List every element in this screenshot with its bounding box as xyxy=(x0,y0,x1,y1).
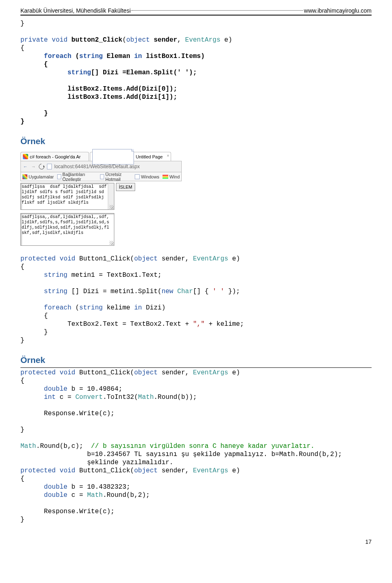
heading-ornek-1: Örnek xyxy=(20,136,372,146)
bookmark-apps[interactable]: Uygulamalar xyxy=(22,174,54,179)
header-right: www.ibrahimcayiroglu.com xyxy=(304,7,372,14)
tab-2-label: Untitled Page xyxy=(136,154,163,159)
page-number: 17 xyxy=(20,538,372,545)
page-icon xyxy=(100,174,104,179)
header-rule xyxy=(20,15,372,16)
close-icon[interactable]: × xyxy=(167,154,169,158)
page-file-icon xyxy=(47,164,52,169)
page-icon xyxy=(57,174,61,179)
forward-icon: → xyxy=(31,164,36,169)
header-dots xyxy=(131,10,303,11)
page-header: Karabük Üniversitesi, Mühendislik Fakült… xyxy=(20,7,372,14)
bookmark-hotmail[interactable]: Ücretsiz Hotmail xyxy=(100,172,131,182)
google-icon xyxy=(23,154,28,159)
code-block-1: } private void button2_Click(object send… xyxy=(20,20,372,126)
code-block-3: protected void Button1_Click(object send… xyxy=(20,369,372,524)
bookmarks-bar: Uygulamalar Bağlantıları Özelleştir Ücre… xyxy=(20,172,182,181)
browser-tab-1[interactable]: c# foreach - Google'da Ar xyxy=(20,152,89,161)
ornek-rule xyxy=(20,367,372,368)
url-text[interactable]: localhost:64481/WebSite8/Default.aspx xyxy=(54,164,140,169)
browser-tab-2[interactable]: Untitled Page × xyxy=(90,152,171,161)
resize-handle[interactable] xyxy=(109,241,114,245)
header-left: Karabük Üniversitesi, Mühendislik Fakült… xyxy=(20,7,131,14)
page-icon xyxy=(92,149,134,165)
islem-button[interactable]: İSLEM xyxy=(116,183,135,191)
reload-icon[interactable] xyxy=(38,162,46,171)
apps-icon xyxy=(22,174,27,179)
bookmark-windows[interactable]: Windows xyxy=(135,174,159,179)
page-icon xyxy=(135,174,140,179)
tab-1-label: c# foreach - Google'da Ar xyxy=(30,154,80,159)
textarea-input-1[interactable]: sadfjlşsa dsaf ljdalkfjdsal sdf ljdlkf s… xyxy=(20,183,114,210)
bookmark-baglantilari[interactable]: Bağlantıları Özelleştir xyxy=(57,172,97,182)
browser-tabs: c# foreach - Google'da Ar Untitled Page … xyxy=(20,152,182,161)
windows-flag-icon xyxy=(163,175,168,179)
heading-ornek-2: Örnek xyxy=(20,355,372,365)
textarea-output-2[interactable]: sadfjlşsa,,dsaf,ljdalkfjdsal,,sdf, ljdlk… xyxy=(20,213,114,246)
bookmark-wind[interactable]: Wind xyxy=(163,174,180,179)
back-icon[interactable]: ← xyxy=(22,164,28,169)
code-block-2: protected void Button1_Click(object send… xyxy=(20,255,372,345)
browser-mock: c# foreach - Google'da Ar Untitled Page … xyxy=(20,152,182,247)
resize-handle[interactable] xyxy=(109,205,114,209)
